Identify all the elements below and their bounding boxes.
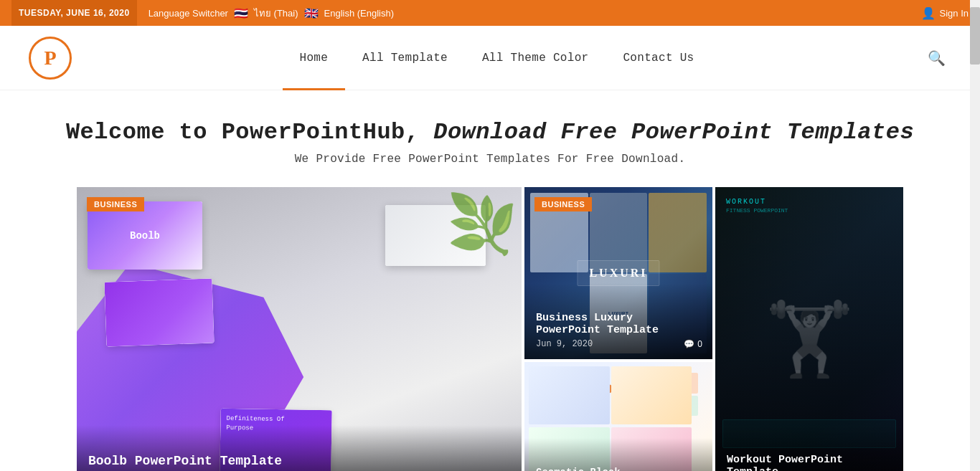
search-button[interactable]: 🔍: [922, 44, 951, 72]
card-workout[interactable]: 🏋️ WORKOUT FITNESS POWERPOINT Workout Po…: [715, 187, 903, 471]
hero-heading-start: Welcome to PowerPointHub,: [66, 119, 420, 146]
nav-item-home[interactable]: Home: [283, 26, 346, 90]
card-luxury-title: Business Luxury PowerPoint Template: [536, 312, 701, 336]
scrollbar-thumb[interactable]: [970, 7, 980, 65]
card-boolb-info: Boolb PowerPoint Template Jun 14, 2020: [77, 425, 522, 471]
signin-link[interactable]: Sign In: [940, 8, 969, 19]
topbar: TUESDAY, JUNE 16, 2020 Language Switcher…: [0, 0, 980, 26]
card-boolb[interactable]: Boolb Definiteness OfPurpose 🌿 BUSINESS …: [77, 187, 522, 471]
thai-flag-icon: 🇹🇭: [234, 6, 248, 20]
comment-icon: 💬: [684, 339, 694, 349]
search-icon: 🔍: [928, 50, 946, 66]
cards-grid: Boolb Definiteness OfPurpose 🌿 BUSINESS …: [0, 187, 980, 471]
card-workout-title: Workout PowerPoint Template: [727, 454, 892, 471]
nav-item-contact-us[interactable]: Contact Us: [606, 26, 711, 90]
header: P Home All Template All Theme Color Cont…: [0, 26, 980, 90]
topbar-language-switcher: Language Switcher 🇹🇭 ไทย (Thai) 🇬🇧 Engli…: [149, 6, 394, 21]
topbar-left: TUESDAY, JUNE 16, 2020 Language Switcher…: [11, 0, 394, 26]
hero-heading-italic: Download Free PowerPoint Templates: [433, 119, 914, 146]
hero-heading: Welcome to PowerPointHub, Download Free …: [14, 119, 966, 146]
card-luxury-comments: 💬 0: [684, 339, 702, 349]
card-luxury-comment-count: 0: [697, 339, 702, 349]
nav-item-all-template[interactable]: All Template: [345, 26, 465, 90]
card-luxury-date: Jun 9, 2020: [536, 339, 701, 349]
english-flag-icon: 🇬🇧: [304, 6, 319, 20]
card-boolb-title: Boolb PowerPoint Template: [88, 454, 510, 468]
card-geometric-info: Geomatic Block...: [524, 438, 712, 471]
card-luxury-badge: BUSINESS: [534, 197, 592, 211]
topbar-date: TUESDAY, JUNE 16, 2020: [11, 0, 137, 26]
language-switcher-label: Language Switcher: [149, 8, 228, 19]
card-boolb-badge: BUSINESS: [87, 197, 144, 211]
scrollbar[interactable]: [970, 0, 980, 471]
hero-subheading: We Provide Free PowerPoint Templates For…: [14, 153, 966, 166]
nav-item-all-theme-color[interactable]: All Theme Color: [465, 26, 606, 90]
main-nav: Home All Template All Theme Color Contac…: [283, 26, 712, 90]
logo[interactable]: P: [29, 37, 72, 80]
thai-language-link[interactable]: ไทย (Thai): [254, 6, 298, 21]
card-geometric[interactable]: ▶ ▶ ▶ Geomatic Block...: [524, 362, 712, 471]
card-geometric-title: Geomatic Block...: [536, 467, 701, 471]
logo-area: P: [29, 37, 72, 80]
card-workout-info: Workout PowerPoint Template: [715, 425, 903, 471]
user-icon: 👤: [921, 6, 936, 20]
card-luxury[interactable]: LUXURI LUXURI BUSINESS Business Luxury P…: [524, 187, 712, 359]
hero-section: Welcome to PowerPointHub, Download Free …: [0, 90, 980, 187]
english-language-link[interactable]: English (English): [324, 8, 395, 19]
topbar-right: 👤 Sign In: [921, 6, 969, 20]
